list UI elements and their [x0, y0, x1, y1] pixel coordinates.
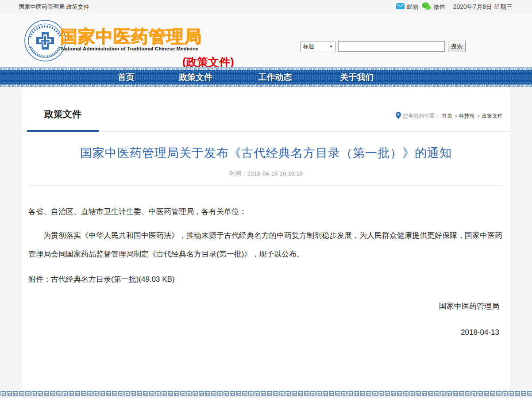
- content-panel: 政策文件 您当前的位置： 首页 > 科技司 > 政策文件 国家中医药管理局关于发…: [22, 87, 510, 390]
- page-body: 政策文件 您当前的位置： 首页 > 科技司 > 政策文件 国家中医药管理局关于发…: [0, 87, 532, 390]
- top-utility-bar: 国家中医药管理局 政策文件 邮箱 微信 2020年7月8日 星期三: [0, 0, 532, 14]
- nav-item-policy-documents[interactable]: 政策文件: [179, 72, 212, 83]
- attachment-line: 附件：古代经典名方目录(第一批)(49.03 KB): [28, 274, 504, 284]
- current-date: 2020年7月8日 星期三: [453, 3, 513, 11]
- search-input[interactable]: [338, 41, 445, 52]
- breadcrumb-link-home[interactable]: 首页: [442, 112, 452, 120]
- breadcrumb-separator: >: [477, 113, 480, 119]
- main-navigation: 首页 政策文件 工作动态 关于我们: [0, 67, 532, 87]
- title-divider: [30, 185, 502, 186]
- mail-label: 邮箱: [407, 3, 418, 11]
- footer-border: [0, 390, 532, 398]
- nav-item-home[interactable]: 首页: [118, 72, 135, 83]
- article-paragraph-salutation: 各省、自治区、直辖市卫生计生委、中医药管理局，各有关单位：: [28, 207, 504, 217]
- tab-policy-documents[interactable]: 政策文件: [27, 108, 99, 132]
- time-value: 2018-04-16 16:16:16: [247, 170, 303, 177]
- breadcrumb-link-dept[interactable]: 科技司: [459, 112, 475, 120]
- chevron-down-icon: ▼: [329, 45, 333, 49]
- wechat-icon: [422, 2, 431, 11]
- time-label: 时间：: [229, 170, 247, 177]
- mail-link[interactable]: 邮箱: [396, 3, 418, 11]
- search-category-select[interactable]: 标题 ▼: [300, 42, 335, 51]
- breadcrumb-prefix: 您当前的位置：: [403, 112, 440, 120]
- site-subtitle-en: National Administration of Traditional C…: [61, 46, 199, 51]
- nav-item-work-updates[interactable]: 工作动态: [258, 72, 292, 83]
- search-button[interactable]: 搜索: [448, 41, 466, 52]
- attachment-link[interactable]: 古代经典名方目录(第一批): [51, 275, 139, 283]
- mail-icon: [396, 3, 405, 11]
- site-title: 国家中医药管理局: [60, 25, 202, 49]
- signature-agency: 国家中医药管理局: [28, 301, 504, 311]
- topbar-site-link[interactable]: 国家中医药管理局 政策文件: [19, 3, 89, 11]
- wechat-label: 微信: [433, 3, 445, 11]
- attachment-label: 附件：: [28, 275, 51, 283]
- breadcrumb: 您当前的位置： 首页 > 科技司 > 政策文件: [396, 112, 503, 120]
- breadcrumb-link-policy[interactable]: 政策文件: [482, 112, 503, 120]
- search-area: 标题 ▼ 搜索: [300, 41, 466, 52]
- article-paragraph-body: 为贯彻落实《中华人民共和国中医药法》，推动来源于古代经典名方的中药复方制剂稳步发…: [28, 226, 504, 264]
- article-timestamp: 时间：2018-04-16 16:16:16: [28, 170, 504, 178]
- article: 国家中医药管理局关于发布《古代经典名方目录（第一批）》的通知 时间：2018-0…: [22, 145, 510, 337]
- location-pin-icon: [396, 112, 401, 120]
- site-header: 国家中医药管理局 National Administration of Trad…: [0, 14, 532, 67]
- article-title: 国家中医药管理局关于发布《古代经典名方目录（第一批）》的通知: [28, 145, 504, 161]
- section-tab-row: 政策文件 您当前的位置： 首页 > 科技司 > 政策文件: [22, 87, 510, 132]
- wechat-link[interactable]: 微信: [422, 2, 445, 11]
- footer-meander-pattern: [0, 390, 532, 398]
- attachment-size: (49.03 KB): [139, 275, 174, 283]
- breadcrumb-separator: >: [454, 113, 457, 119]
- nav-item-about-us[interactable]: 关于我们: [340, 72, 374, 83]
- signature-date: 2018-04-13: [28, 328, 504, 337]
- search-category-value: 标题: [303, 42, 314, 50]
